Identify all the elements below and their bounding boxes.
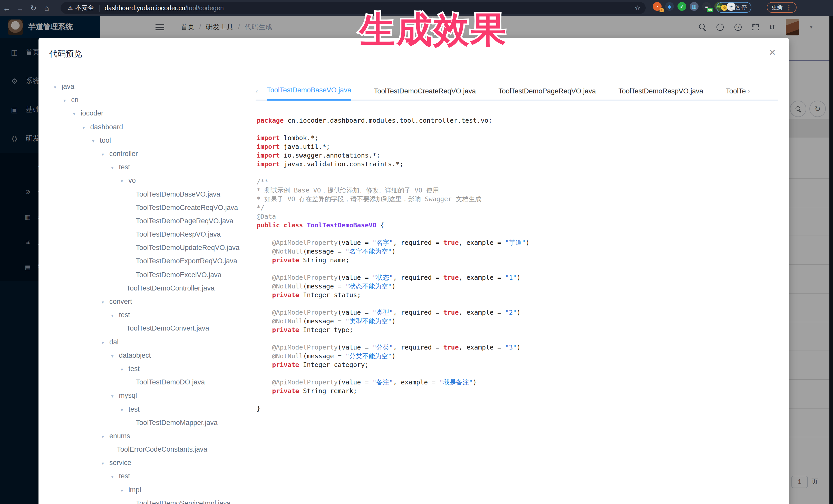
tree-file[interactable]: ToolTestDemoExcelVO.java xyxy=(44,268,259,282)
tree-file[interactable]: ToolErrorCodeConstants.java xyxy=(44,443,259,456)
tree-label: convert xyxy=(109,298,132,305)
tree-folder[interactable]: ▾test xyxy=(44,403,259,416)
close-icon[interactable]: ✕ xyxy=(769,48,776,57)
tree-file[interactable]: ToolTestDemoMapper.java xyxy=(44,416,259,429)
caret-down-icon[interactable]: ▾ xyxy=(111,350,119,363)
code-line: @ApiModelProperty(value = "分类", required… xyxy=(257,343,780,352)
tree-file[interactable]: ToolTestDemoRespVO.java xyxy=(44,228,259,241)
tree-folder[interactable]: ▾service xyxy=(44,457,259,470)
caret-down-icon[interactable]: ▾ xyxy=(102,296,109,309)
caret-down-icon[interactable]: ▾ xyxy=(121,175,128,188)
caret-down-icon[interactable]: ▾ xyxy=(54,80,62,94)
tree-folder[interactable]: ▾cn xyxy=(44,93,259,107)
tab-ToolTe[interactable]: ToolTe xyxy=(726,81,746,101)
tree-file[interactable]: ToolTestDemoConvert.java xyxy=(44,322,259,335)
code-line: package cn.iocoder.dashboard.modules.too… xyxy=(257,116,780,125)
tree-label: dashboard xyxy=(90,123,123,130)
tab-ToolTestDemoBaseVO.java[interactable]: ToolTestDemoBaseVO.java xyxy=(267,81,351,101)
tabs-scroll-left-icon[interactable]: ‹ xyxy=(256,87,267,95)
tree-label: test xyxy=(128,405,140,413)
caret-down-icon[interactable]: ▾ xyxy=(102,430,109,443)
tree-label: ToolTestDemoUpdateReqVO.java xyxy=(136,244,240,252)
caret-down-icon[interactable]: ▾ xyxy=(92,135,100,148)
tree-folder[interactable]: ▾impl xyxy=(44,483,259,497)
caret-down-icon[interactable]: ▾ xyxy=(63,94,71,107)
tree-folder[interactable]: ▾test xyxy=(44,362,259,376)
caret-down-icon[interactable]: ▾ xyxy=(111,309,119,322)
tree-label: tool xyxy=(100,137,111,144)
tree-label: ToolTestDemoController.java xyxy=(126,284,215,292)
code-line: private Integer category; xyxy=(257,360,780,369)
list-extension-icon[interactable]: ≡on xyxy=(702,2,711,11)
tab-ToolTestDemoRespVO.java[interactable]: ToolTestDemoRespVO.java xyxy=(618,81,703,101)
tree-folder[interactable]: ▾test xyxy=(44,470,259,483)
caret-down-icon[interactable]: ▾ xyxy=(121,363,128,376)
tree-file[interactable]: ToolTestDemoDO.java xyxy=(44,376,259,389)
tree-folder[interactable]: ▾controller xyxy=(44,147,259,161)
code-line xyxy=(257,299,780,308)
tree-folder[interactable]: ▾enums xyxy=(44,430,259,443)
file-tabs-bar: ‹ToolTestDemoBaseVO.javaToolTestDemoCrea… xyxy=(256,81,778,101)
bookmark-star-icon[interactable]: ☆ xyxy=(635,4,641,12)
caret-down-icon[interactable]: ▾ xyxy=(111,161,119,174)
caret-down-icon[interactable]: ▾ xyxy=(73,107,80,121)
tree-label: mysql xyxy=(119,392,137,400)
tree-file[interactable]: ToolTestDemoController.java xyxy=(44,282,259,295)
tree-label: iocoder xyxy=(80,110,103,117)
code-line: private String name; xyxy=(257,256,780,264)
tree-file[interactable]: ToolTestDemoServiceImpl.java xyxy=(44,497,259,504)
check-extension-icon[interactable]: ✔ xyxy=(677,2,686,11)
tree-folder[interactable]: ▾convert xyxy=(44,295,259,309)
grid-extension-icon[interactable]: ▦ xyxy=(690,2,698,11)
code-line: } xyxy=(257,404,780,413)
tree-file[interactable]: ToolTestDemoBaseVO.java xyxy=(44,188,259,201)
tree-label: ToolTestDemoRespVO.java xyxy=(136,231,221,238)
tree-folder[interactable]: ▾test xyxy=(44,309,259,322)
code-line: @ApiModelProperty(value = "类型", required… xyxy=(257,308,780,317)
tree-folder[interactable]: ▾vo xyxy=(44,174,259,188)
modal-title: 代码预览 xyxy=(49,49,82,59)
reload-icon[interactable]: ↻ xyxy=(27,3,40,13)
ubuntu-extension-icon[interactable]: ◔1 xyxy=(653,2,662,11)
caret-down-icon[interactable]: ▾ xyxy=(111,471,119,484)
paused-extension-pill[interactable]: ☺ 已暂停 xyxy=(716,2,752,13)
tabs-scroll-right-icon[interactable]: › xyxy=(748,87,756,95)
tree-file[interactable]: ToolTestDemoUpdateReqVO.java xyxy=(44,241,259,255)
tree-folder[interactable]: ▾mysql xyxy=(44,389,259,403)
tree-folder[interactable]: ▾iocoder xyxy=(44,107,259,120)
back-icon[interactable]: ← xyxy=(0,4,13,12)
caret-down-icon[interactable]: ▾ xyxy=(111,390,119,403)
caret-down-icon[interactable]: ▾ xyxy=(121,403,128,416)
tree-folder[interactable]: ▾java xyxy=(44,80,259,93)
tab-ToolTestDemoCreateReqVO.java[interactable]: ToolTestDemoCreateReqVO.java xyxy=(374,81,476,101)
tab-ToolTestDemoPageReqVO.java[interactable]: ToolTestDemoPageReqVO.java xyxy=(498,81,596,101)
home-icon[interactable]: ⌂ xyxy=(40,4,53,12)
address-divider xyxy=(99,4,100,11)
tree-label: enums xyxy=(109,432,130,440)
tree-file[interactable]: ToolTestDemoExportReqVO.java xyxy=(44,255,259,268)
code-line: private Integer status; xyxy=(257,290,780,299)
tree-folder[interactable]: ▾tool xyxy=(44,134,259,147)
tree-folder[interactable]: ▾dashboard xyxy=(44,120,259,134)
security-label[interactable]: 不安全 xyxy=(75,4,94,12)
forward-icon[interactable]: → xyxy=(13,4,27,12)
tree-label: ToolTestDemoDO.java xyxy=(136,378,205,386)
update-browser-button[interactable]: 更新 ⋮ xyxy=(767,2,796,13)
caret-down-icon[interactable]: ▾ xyxy=(102,148,109,161)
address-bar[interactable]: ⚠ 不安全 dashboard.yudao.iocoder.cn/tool/co… xyxy=(61,2,646,14)
file-tree: ▾java▾cn▾iocoder▾dashboard▾tool▾controll… xyxy=(44,80,259,504)
gem-extension-icon[interactable]: ◆ xyxy=(665,2,674,11)
tree-label: vo xyxy=(128,177,136,185)
caret-down-icon[interactable]: ▾ xyxy=(82,121,90,134)
caret-down-icon[interactable]: ▾ xyxy=(102,336,109,349)
caret-down-icon[interactable]: ▾ xyxy=(102,457,109,471)
tree-folder[interactable]: ▾dataobject xyxy=(44,349,259,362)
caret-down-icon[interactable]: ▾ xyxy=(121,484,128,497)
tree-file[interactable]: ToolTestDemoPageReqVO.java xyxy=(44,215,259,228)
browser-menu-icon[interactable]: ⋮ xyxy=(786,4,792,11)
tree-file[interactable]: ToolTestDemoCreateReqVO.java xyxy=(44,201,259,214)
code-line xyxy=(257,395,780,404)
tree-folder[interactable]: ▾test xyxy=(44,161,259,174)
tree-folder[interactable]: ▾dal xyxy=(44,335,259,349)
code-viewer[interactable]: package cn.iocoder.dashboard.modules.too… xyxy=(257,116,780,504)
